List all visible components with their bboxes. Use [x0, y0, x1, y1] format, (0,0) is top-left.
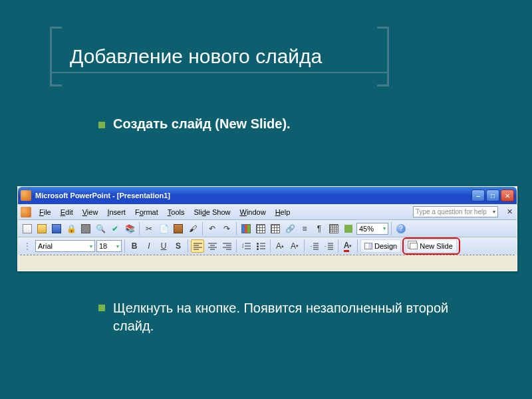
svg-point-3 [257, 245, 259, 247]
open-file-button[interactable] [35, 222, 49, 235]
new-slide-button[interactable]: New Slide [406, 239, 457, 253]
menu-help[interactable]: Help [271, 207, 295, 217]
menu-insert[interactable]: Insert [103, 207, 130, 217]
align-left-button[interactable] [191, 239, 204, 253]
close-button[interactable]: ✕ [501, 190, 514, 201]
align-right-button[interactable] [220, 239, 233, 253]
menu-view[interactable]: View [78, 207, 102, 217]
bracket-right [377, 27, 389, 86]
standard-toolbar: 🔒 🔍 ✔ 📚 ✂ 📄 🖌 ↶ ↷ 🔗 ≡ ¶ 45% ▾ ? [18, 220, 517, 237]
toolbar-grip-icon: ⋮ [21, 239, 34, 253]
menu-edit[interactable]: Edit [57, 207, 77, 217]
zoom-value: 45% [359, 225, 374, 233]
help-button[interactable]: ? [394, 222, 408, 235]
powerpoint-app-icon [21, 190, 31, 201]
color-grayscale-button[interactable] [342, 222, 355, 235]
increase-indent-button[interactable] [322, 239, 335, 253]
tables-borders-button[interactable] [269, 222, 282, 235]
print-button[interactable] [79, 222, 92, 235]
spellcheck-button[interactable]: ✔ [108, 222, 122, 235]
italic-button[interactable]: I [142, 239, 156, 253]
bullet-text-2: Щелкнуть на кнопке. Появится незаполненн… [113, 299, 459, 335]
format-painter-button[interactable]: 🖌 [186, 222, 200, 235]
insert-chart-button[interactable] [239, 222, 253, 235]
mdi-close-button[interactable]: ✕ [505, 207, 514, 217]
increase-font-button[interactable]: A▴ [273, 239, 287, 253]
cut-button[interactable]: ✂ [142, 222, 156, 235]
menu-window[interactable]: Window [236, 207, 270, 217]
paste-button[interactable] [172, 222, 185, 235]
menu-format[interactable]: Format [131, 207, 162, 217]
show-grid-button[interactable] [327, 222, 340, 235]
window-caption: Microsoft PowerPoint - [Presentation1] [35, 192, 471, 200]
bullet-marker-icon [98, 122, 105, 128]
highlight-annotation: New Slide [402, 237, 460, 255]
bold-button[interactable]: B [128, 239, 141, 253]
bullet-text-1: Создать слайд (New Slide). [113, 116, 291, 132]
bulleted-list-button[interactable] [254, 239, 267, 253]
titlebar: Microsoft PowerPoint - [Presentation1] ‒… [18, 187, 517, 204]
undo-button[interactable]: ↶ [205, 222, 219, 235]
bullet-marker-icon [98, 305, 105, 311]
new-slide-label: New Slide [420, 242, 453, 250]
menu-slideshow[interactable]: Slide Show [190, 207, 234, 217]
shadow-button[interactable]: S [172, 239, 185, 253]
design-button[interactable]: Design [360, 239, 401, 253]
insert-hyperlink-button[interactable]: 🔗 [283, 222, 297, 235]
menu-file[interactable]: File [35, 207, 55, 217]
design-icon [364, 243, 372, 249]
powerpoint-doc-icon [21, 207, 31, 217]
svg-point-2 [257, 243, 259, 245]
font-color-button[interactable]: A ▾ [341, 239, 354, 253]
decrease-indent-button[interactable] [307, 239, 321, 253]
formatting-toolbar: ⋮ Arial ▾ 18 ▾ B I U S 12 A▴ [18, 237, 517, 255]
minimize-button[interactable]: ‒ [471, 190, 485, 201]
decrease-font-button[interactable]: A▾ [288, 239, 301, 253]
torn-edge-decoration [20, 255, 515, 257]
underline-button[interactable]: U [157, 239, 170, 253]
font-name-combo[interactable]: Arial ▾ [35, 240, 95, 252]
svg-point-4 [257, 248, 259, 250]
font-name-value: Arial [38, 242, 53, 250]
new-file-button[interactable] [21, 222, 34, 235]
zoom-combo[interactable]: 45% ▾ [356, 223, 388, 235]
show-formatting-button[interactable]: ¶ [313, 222, 326, 235]
print-preview-button[interactable]: 🔍 [94, 222, 107, 235]
permission-button[interactable]: 🔒 [65, 222, 78, 235]
bracket-left [50, 27, 62, 86]
powerpoint-window: Microsoft PowerPoint - [Presentation1] ‒… [17, 186, 517, 271]
design-label: Design [374, 242, 397, 250]
insert-table-button[interactable] [254, 222, 267, 235]
menu-tools[interactable]: Tools [164, 207, 189, 217]
slide-title-frame: Добавление нового слайда [50, 27, 389, 86]
save-button[interactable] [50, 222, 63, 235]
title-underline [50, 72, 389, 73]
expand-all-button[interactable]: ≡ [298, 222, 311, 235]
research-button[interactable]: 📚 [123, 222, 136, 235]
maximize-button[interactable]: □ [486, 190, 499, 201]
font-size-value: 18 [99, 242, 107, 250]
redo-button[interactable]: ↷ [220, 222, 233, 235]
svg-text:2: 2 [242, 245, 244, 249]
copy-button[interactable]: 📄 [157, 222, 170, 235]
numbered-list-button[interactable]: 12 [239, 239, 253, 253]
menu-bar: File Edit View Insert Format Tools Slide… [18, 204, 517, 220]
new-slide-icon [410, 243, 418, 249]
help-search-input[interactable]: Type a question for help ▾ [413, 206, 498, 217]
align-center-button[interactable] [205, 239, 219, 253]
font-size-combo[interactable]: 18 ▾ [96, 240, 122, 252]
slide-title: Добавление нового слайда [70, 45, 322, 68]
help-placeholder: Type a question for help [416, 208, 487, 215]
